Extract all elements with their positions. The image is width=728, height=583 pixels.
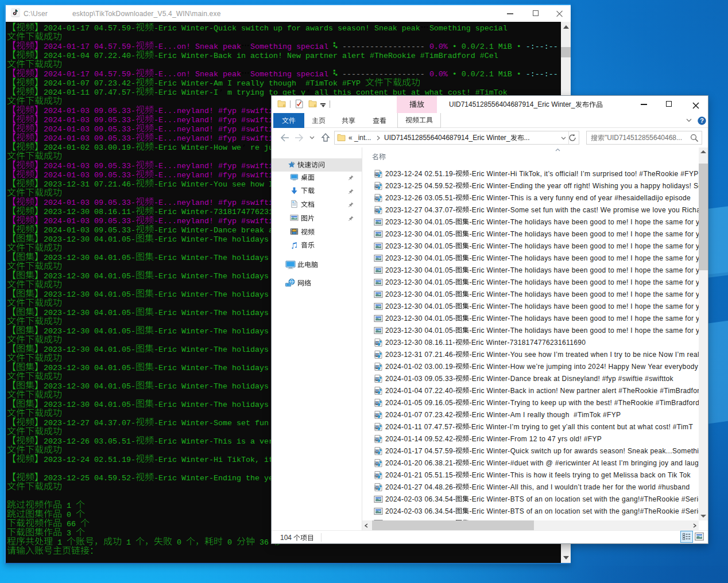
svg-text:?: ?	[700, 117, 704, 124]
